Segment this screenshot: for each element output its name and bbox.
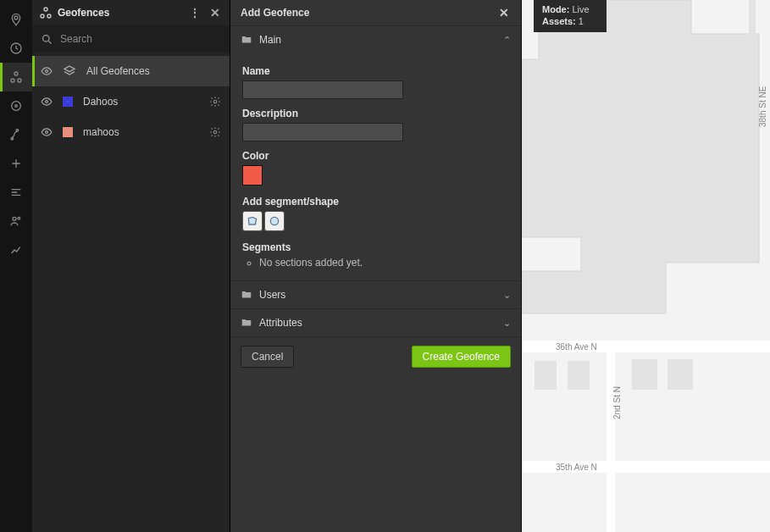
section-attributes-label: Attributes	[259, 317, 496, 329]
cancel-button[interactable]: Cancel	[241, 346, 294, 368]
svg-point-14	[43, 35, 50, 42]
segments-empty-state: No sections added yet.	[259, 257, 509, 269]
list-item-geofence[interactable]: mahoos	[32, 117, 230, 147]
list-item-geofence[interactable]: Dahoos	[32, 86, 230, 117]
label-description: Description	[242, 108, 509, 119]
shape-button-row	[242, 211, 509, 231]
chevron-up-icon: ⌃	[503, 35, 511, 46]
section-main-header[interactable]: Main ⌃	[230, 26, 521, 53]
svg-rect-24	[607, 347, 615, 532]
svg-point-15	[46, 70, 48, 73]
rail-settings-icon[interactable]	[0, 178, 32, 207]
segments-list: No sections added yet.	[242, 257, 509, 269]
add-geofence-panel: Add Geofence ✕ Main ⌃ Name Description C…	[230, 0, 522, 532]
swatch-icon	[63, 127, 73, 137]
section-main-label: Main	[259, 34, 496, 46]
svg-point-20	[270, 217, 278, 224]
svg-point-6	[15, 105, 18, 108]
sidebar-close-icon[interactable]: ✕	[208, 6, 223, 19]
circle-shape-button[interactable]	[264, 211, 285, 231]
svg-point-0	[14, 16, 18, 19]
section-main-body: Name Description Color Add segment/shape…	[230, 53, 521, 280]
input-description[interactable]	[242, 123, 403, 141]
rail-users-icon[interactable]	[0, 207, 32, 236]
road-label-38th: 38th St NE	[758, 86, 767, 127]
visibility-icon[interactable]	[41, 65, 53, 77]
svg-rect-27	[632, 359, 657, 390]
rail-route-icon[interactable]	[0, 120, 32, 149]
rail-reports-icon[interactable]	[0, 236, 32, 264]
svg-point-12	[47, 14, 51, 18]
map-status-overlay: Mode: Live Assets: 1	[534, 0, 607, 32]
mode-label: Mode:	[542, 4, 569, 14]
visibility-icon[interactable]	[41, 96, 53, 108]
assets-value: 1	[579, 16, 584, 26]
form-footer: Cancel Create Geofence	[230, 336, 521, 376]
rail-pin-icon[interactable]	[0, 5, 32, 34]
road-label-35th: 35th Ave N	[556, 463, 597, 472]
geofences-sidebar: Geofences ⋮ ✕ All Geofences Dahoos	[32, 0, 230, 532]
label-name: Name	[242, 65, 509, 77]
map-svg	[522, 0, 770, 532]
label-add-shape: Add segment/shape	[242, 196, 509, 208]
form-close-icon[interactable]: ✕	[497, 6, 511, 19]
gear-icon[interactable]	[209, 96, 221, 108]
mode-value: Live	[572, 4, 589, 14]
swatch-icon	[63, 97, 73, 107]
create-geofence-button[interactable]: Create Geofence	[412, 346, 511, 368]
layers-icon	[63, 64, 76, 78]
svg-point-9	[13, 217, 16, 220]
gear-icon[interactable]	[209, 126, 221, 138]
svg-point-17	[213, 100, 217, 103]
list-item-label: Dahoos	[83, 96, 199, 108]
svg-rect-26	[568, 361, 590, 390]
rail-target-icon[interactable]	[0, 91, 32, 120]
svg-point-2	[11, 79, 14, 82]
geofence-list: All Geofences Dahoos mahoos	[32, 53, 230, 532]
section-attributes-header[interactable]: Attributes ⌄	[230, 309, 521, 336]
sidebar-more-icon[interactable]: ⋮	[187, 6, 202, 19]
color-picker[interactable]	[242, 165, 263, 186]
svg-point-13	[44, 8, 47, 11]
rail-geofences-icon[interactable]	[0, 63, 32, 91]
svg-point-5	[12, 102, 21, 111]
rail-history-icon[interactable]	[0, 34, 32, 63]
section-users-header[interactable]: Users ⌄	[230, 281, 521, 308]
label-color: Color	[242, 150, 509, 162]
list-item-all-geofences[interactable]: All Geofences	[32, 56, 230, 86]
list-item-label: mahoos	[83, 126, 199, 138]
visibility-icon[interactable]	[41, 126, 53, 138]
folder-icon	[241, 289, 252, 301]
svg-rect-28	[668, 359, 693, 390]
app-root: Geofences ⋮ ✕ All Geofences Dahoos	[0, 0, 770, 532]
road-label-2nd: 2nd St N	[612, 386, 622, 419]
svg-rect-25	[535, 361, 557, 390]
form-title: Add Geofence	[241, 7, 497, 19]
svg-point-11	[41, 14, 44, 18]
rail-add-icon[interactable]	[0, 149, 32, 178]
svg-point-4	[14, 72, 18, 75]
folder-icon	[241, 34, 252, 46]
search-input[interactable]	[60, 33, 221, 45]
sidebar-title: Geofences	[58, 7, 182, 19]
circle-icon	[268, 214, 281, 228]
polygon-icon	[246, 214, 259, 228]
svg-point-8	[16, 129, 19, 131]
input-name[interactable]	[242, 80, 403, 99]
svg-point-18	[46, 131, 48, 134]
section-users-label: Users	[259, 289, 496, 301]
search-icon	[41, 33, 53, 46]
polygon-shape-button[interactable]	[242, 211, 263, 231]
svg-rect-29	[749, 0, 756, 152]
svg-point-3	[18, 79, 21, 82]
form-header: Add Geofence ✕	[230, 0, 521, 25]
map-canvas[interactable]: Mode: Live Assets: 1 36th Ave N 35th Ave…	[522, 0, 770, 532]
sidebar-header: Geofences ⋮ ✕	[32, 0, 230, 25]
label-segments: Segments	[242, 241, 509, 253]
folder-icon	[241, 317, 252, 329]
nav-rail	[0, 0, 32, 532]
section-main: Main ⌃ Name Description Color Add segmen…	[230, 25, 521, 280]
section-users: Users ⌄	[230, 280, 521, 308]
list-item-label: All Geofences	[86, 65, 221, 77]
search-row	[32, 25, 230, 53]
